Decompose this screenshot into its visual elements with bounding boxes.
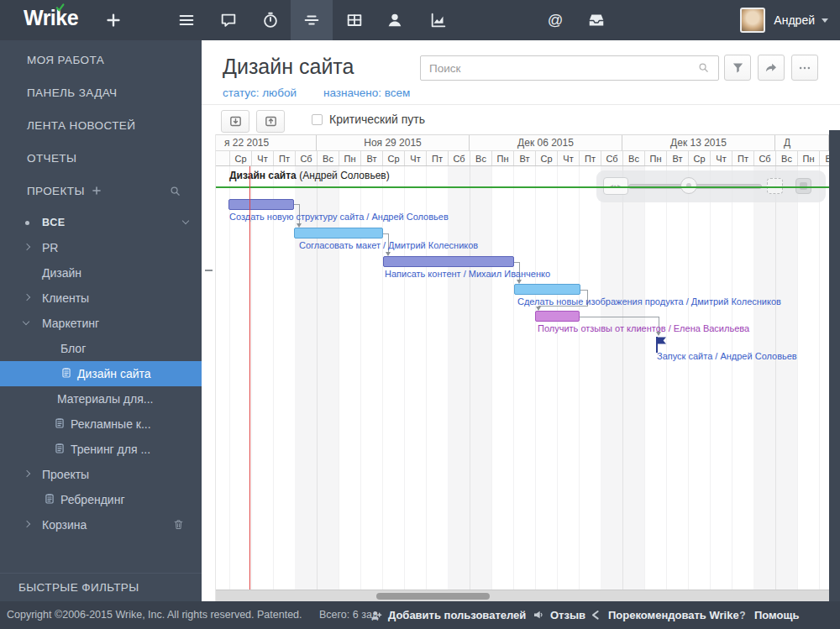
task-label[interactable]: Получить отзывы от клиентов / Елена Васи… — [538, 323, 749, 333]
task-bar[interactable] — [514, 284, 580, 295]
day-gridline — [710, 166, 711, 590]
tree-item-label: Блог — [60, 336, 86, 361]
zoom-slider-knob[interactable] — [680, 177, 697, 194]
quick-filters-section[interactable]: БЫСТРЫЕ ФИЛЬТРЫ — [0, 573, 202, 601]
milestone-flag-icon[interactable] — [654, 336, 667, 353]
app-logo[interactable]: Wrike — [24, 6, 78, 30]
projects-label[interactable]: ПРОЕКТЫ — [27, 185, 85, 197]
tree-item-7[interactable]: Материалы для... — [0, 386, 202, 411]
gantt-chart: Дизайн сайта (Андрей Соловьев) ◂▪▸ Созда… — [216, 166, 829, 590]
chevron-right-icon[interactable] — [24, 244, 30, 250]
tree-item-6[interactable]: Дизайн сайта — [0, 361, 202, 386]
task-label[interactable]: Согласовать макет / Дмитрий Колесников — [299, 240, 478, 250]
day-gridline — [491, 166, 492, 590]
timer-icon[interactable] — [252, 2, 289, 39]
horizontal-scrollbar-thumb[interactable] — [376, 593, 490, 600]
collapse-project-button[interactable] — [205, 270, 213, 271]
chevron-right-icon[interactable] — [24, 521, 30, 527]
filter-button[interactable] — [724, 55, 751, 81]
more-options-button[interactable] — [791, 55, 818, 81]
footer-link-1[interactable]: Отзыв — [532, 601, 585, 629]
tree-item-11[interactable]: Ребрендинг — [0, 487, 202, 512]
tree-item-2[interactable]: Дизайн — [0, 260, 202, 286]
header-divider — [202, 104, 840, 105]
tree-item-label: Материалы для... — [57, 386, 153, 411]
sidebar-item-1[interactable]: ПАНЕЛЬ ЗАДАЧ — [27, 76, 117, 109]
tree-item-1[interactable]: PR — [0, 235, 202, 260]
gantt-left-gutter — [202, 134, 216, 601]
day-header: Ср — [535, 151, 557, 166]
user-menu[interactable]: Андрей — [740, 0, 828, 40]
project-doc-icon — [54, 417, 66, 429]
day-header: Вт — [666, 151, 688, 166]
tree-item-10[interactable]: Проекты — [0, 462, 202, 487]
funnel-icon — [731, 60, 745, 75]
quick-filters-label: БЫСТРЫЕ ФИЛЬТРЫ — [18, 581, 139, 594]
sidebar-item-3[interactable]: ОТЧЕТЫ — [27, 142, 76, 175]
tree-item-9[interactable]: Тренинг для ... — [0, 437, 202, 462]
week-header: Дек 13 2015 — [622, 135, 775, 151]
box-arrow-up-icon — [264, 114, 278, 128]
task-label[interactable]: Написать контент / Михаил Иванченко — [385, 269, 550, 279]
week-header: Д — [775, 135, 829, 151]
megaphone-icon — [532, 609, 545, 622]
day-header: Вс — [775, 151, 797, 166]
tree-item-5[interactable]: Блог — [0, 336, 202, 361]
sidebar-item-2[interactable]: ЛЕНТА НОВОСТЕЙ — [27, 109, 135, 142]
project-doc-icon — [44, 493, 55, 505]
gantt-chart-icon[interactable] — [291, 0, 333, 40]
assignee-filter-link[interactable]: назначено: всем — [323, 86, 410, 99]
day-gridline — [426, 166, 427, 590]
chevron-down-icon[interactable] — [23, 318, 29, 325]
search-input[interactable] — [420, 55, 719, 81]
chat-icon[interactable] — [210, 2, 247, 39]
critical-path-checkbox[interactable] — [312, 114, 323, 125]
main-panel: Дизайн сайта статус: любой назначено: вс… — [202, 40, 840, 601]
task-label[interactable]: Запуск сайта / Андрей Соловьев — [657, 351, 797, 361]
table-view-icon[interactable] — [336, 2, 373, 39]
day-header: Пн — [491, 151, 513, 166]
horizontal-scrollbar[interactable] — [216, 590, 829, 601]
tree-item-label: Дизайн — [42, 260, 81, 286]
task-bar[interactable] — [383, 256, 514, 267]
project-name: Дизайн сайта — [229, 170, 297, 181]
people-icon[interactable] — [376, 2, 413, 39]
task-label[interactable]: Создать новую структуру сайта / Андрей С… — [229, 212, 449, 222]
tree-item-4[interactable]: Маркетинг — [0, 311, 202, 336]
logo-check-icon — [55, 3, 68, 15]
inbox-icon[interactable] — [578, 2, 615, 39]
tree-item-8[interactable]: Рекламные к... — [0, 411, 202, 437]
share-button[interactable] — [758, 55, 785, 81]
sidebar-item-0[interactable]: МОЯ РАБОТА — [27, 44, 104, 76]
project-doc-icon — [60, 367, 72, 379]
footer-link-0[interactable]: Добавить пользователей — [370, 601, 526, 629]
task-bar[interactable] — [294, 228, 383, 238]
task-bar[interactable] — [535, 311, 580, 322]
mention-icon[interactable]: @ — [537, 2, 574, 39]
user-avatar — [740, 8, 765, 33]
trash-icon[interactable] — [172, 518, 185, 531]
add-new-icon[interactable] — [95, 2, 132, 39]
top-bar: Wrike Андрей @ — [0, 0, 840, 40]
snapshot-export-button[interactable] — [256, 110, 285, 133]
tree-item-3[interactable]: Клиенты — [0, 286, 202, 311]
status-filter-link[interactable]: статус: любой — [223, 86, 297, 99]
tree-item-0[interactable]: ВСЕ — [0, 210, 202, 235]
gantt-timeline-header: я 22 2015Ноя 29 2015Дек 06 2015Дек 13 20… — [216, 134, 829, 166]
chevron-down-icon[interactable] — [182, 218, 189, 224]
task-label[interactable]: Сделать новые изображения продукта / Дми… — [517, 296, 781, 307]
day-gridline — [644, 166, 645, 590]
chevron-right-icon[interactable] — [24, 470, 30, 477]
day-header: Сб — [753, 151, 775, 166]
footer-link-3[interactable]: ?Помощь — [736, 601, 799, 629]
footer-link-2[interactable]: Порекомендовать Wrike — [590, 601, 739, 629]
task-bar[interactable] — [228, 199, 294, 210]
tree-item-12[interactable]: Корзина — [0, 512, 202, 537]
snapshot-import-button[interactable] — [221, 110, 249, 133]
chevron-right-icon[interactable] — [24, 294, 30, 301]
add-project-icon[interactable] — [91, 185, 102, 197]
tree-item-label: ВСЕ — [42, 210, 66, 235]
analytics-icon[interactable] — [420, 2, 457, 39]
task-list-icon[interactable] — [168, 2, 205, 39]
projects-search-icon[interactable] — [169, 185, 181, 197]
